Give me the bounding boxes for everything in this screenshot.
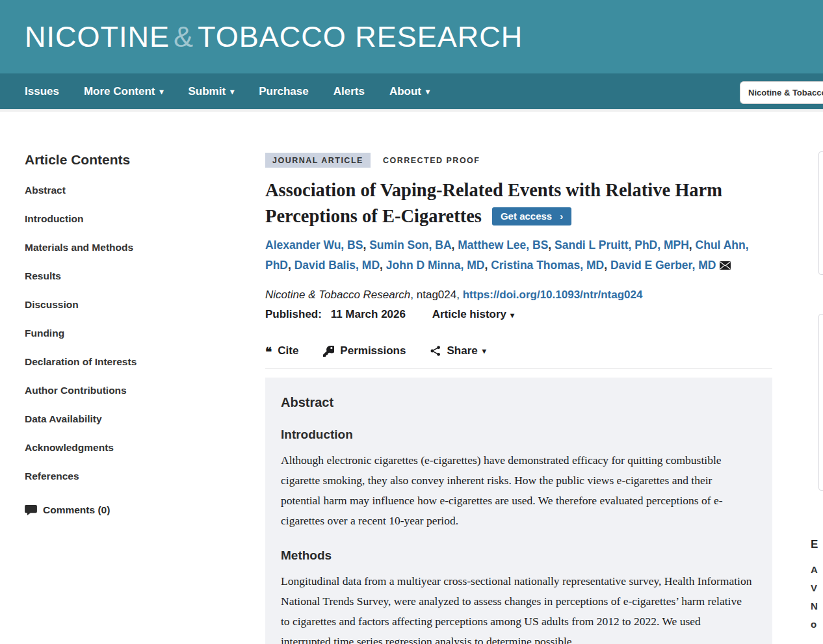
author-separator: ,: [380, 259, 386, 272]
toc-list-item: Discussion: [25, 299, 220, 311]
article-history-toggle[interactable]: Article history▾: [432, 308, 514, 320]
right-rail-clipped-heading: E: [811, 538, 823, 551]
citation-separator: ,: [410, 289, 416, 301]
chevron-right-icon: ›: [560, 211, 563, 222]
cite-icon: ❝: [265, 346, 272, 358]
toc-link[interactable]: Declaration of Interests: [25, 356, 137, 367]
abstract-sections: Introduction Although electronic cigaret…: [281, 428, 753, 644]
share-label: Share: [447, 344, 477, 357]
author-link[interactable]: David E Gerber, MD: [610, 259, 716, 272]
article-main: JOURNAL ARTICLE CORRECTED PROOF Associat…: [265, 112, 772, 644]
author-separator: ,: [288, 259, 294, 272]
toc-link[interactable]: Materials and Methods: [25, 242, 133, 253]
article-title: Association of Vaping-Related Events wit…: [265, 177, 772, 229]
toc-list: AbstractIntroductionMaterials and Method…: [25, 185, 220, 482]
author-entry: Sandi L Pruitt, PhD, MPH,: [555, 238, 696, 251]
author-list: Alexander Wu, BS, Sumin Son, BA, Matthew…: [265, 235, 772, 276]
main-nav: Issues More Content▾ Submit▾ Purchase Al…: [0, 73, 823, 112]
nav-item[interactable]: Submit▾: [189, 85, 235, 98]
abstract-heading: Abstract: [281, 395, 753, 410]
author-entry: David E Gerber, MD,: [610, 259, 716, 272]
toc-list-item: References: [25, 470, 220, 482]
author-link[interactable]: Sandi L Pruitt, PhD, MPH: [555, 238, 689, 251]
permissions-button[interactable]: Permissions: [323, 344, 406, 357]
toc-link[interactable]: Introduction: [25, 213, 83, 224]
author-link[interactable]: John D Minna, MD: [386, 259, 485, 272]
cite-button[interactable]: ❝ Cite: [265, 344, 298, 357]
published-date: 11 March 2026: [331, 308, 406, 320]
toc-list-item: Abstract: [25, 185, 220, 196]
toc-link[interactable]: Abstract: [25, 185, 66, 196]
comments-label: Comments (0): [43, 504, 110, 516]
author-separator: ,: [484, 259, 491, 272]
article-id: ntag024: [417, 289, 456, 301]
toc-link[interactable]: Author Contributions: [25, 385, 127, 396]
toc-link[interactable]: References: [25, 470, 79, 482]
abstract-section-heading: Methods: [281, 548, 753, 563]
doi-link[interactable]: https://doi.org/10.1093/ntr/ntag024: [463, 289, 643, 301]
nav-item-label: Issues: [25, 85, 59, 97]
author-link[interactable]: Cristina Thomas, MD: [491, 259, 604, 272]
author-entry: Matthew Lee, BS,: [458, 238, 555, 251]
right-rail-clipped-text: E AVNo: [811, 538, 823, 637]
share-icon: [430, 346, 441, 356]
nav-item-label: About: [389, 85, 421, 97]
nav-item[interactable]: Alerts: [333, 85, 365, 98]
corrected-proof-label: CORRECTED PROOF: [383, 156, 480, 165]
article-actions: ❝ Cite Permissions Share ▾: [265, 344, 772, 357]
right-rail-clipped-lines: AVNo: [811, 564, 823, 630]
right-rail-clipped-line: o: [811, 619, 823, 630]
right-rail-panel-bottom: [818, 314, 823, 491]
author-separator: ,: [452, 238, 458, 251]
nav-list: Issues More Content▾ Submit▾ Purchase Al…: [25, 85, 454, 98]
toc-list-item: Introduction: [25, 213, 220, 225]
author-separator: ,: [363, 238, 369, 251]
nav-item-label: More Content: [84, 85, 155, 97]
abstract-section: Introduction Although electronic cigaret…: [281, 428, 753, 531]
email-author-icon[interactable]: [720, 259, 731, 272]
author-link[interactable]: Sumin Son, BA: [369, 238, 451, 251]
nav-item-label: Alerts: [333, 85, 365, 97]
abstract-panel: Abstract Introduction Although electroni…: [265, 378, 772, 644]
author-link[interactable]: Matthew Lee, BS: [458, 238, 548, 251]
share-button[interactable]: Share ▾: [430, 344, 486, 357]
published-label: Published:: [265, 308, 322, 320]
comment-icon: [25, 505, 37, 515]
chevron-down-icon: ▾: [426, 87, 430, 96]
author-entry: John D Minna, MD,: [386, 259, 491, 272]
article-contents-heading: Article Contents: [25, 152, 220, 168]
get-access-button[interactable]: Get access›: [492, 207, 571, 225]
chevron-down-icon: ▾: [510, 311, 514, 320]
author-entry: David Balis, MD,: [294, 259, 386, 272]
nav-item[interactable]: More Content▾: [84, 85, 164, 98]
comments-link[interactable]: Comments (0): [25, 504, 220, 516]
article-meta-row: JOURNAL ARTICLE CORRECTED PROOF: [265, 153, 772, 168]
author-link[interactable]: Alexander Wu, BS: [265, 238, 363, 251]
brand-text-post: TOBACCO RESEARCH: [198, 20, 523, 53]
toc-list-item: Declaration of Interests: [25, 356, 220, 368]
right-rail-clipped-line: A: [811, 564, 823, 575]
journal-logo[interactable]: NICOTINE&TOBACCO RESEARCH: [25, 20, 523, 54]
get-access-label: Get access: [501, 211, 552, 222]
nav-item[interactable]: About▾: [389, 85, 430, 98]
toc-list-item: Materials and Methods: [25, 242, 220, 253]
toc-list-item: Acknowledgments: [25, 442, 220, 454]
abstract-section-text: Longitudinal data from a multiyear cross…: [281, 571, 753, 644]
nav-item-label: Purchase: [259, 85, 309, 97]
permissions-label: Permissions: [340, 344, 406, 357]
toc-link[interactable]: Funding: [25, 328, 64, 339]
toc-link[interactable]: Results: [25, 270, 61, 281]
nav-item[interactable]: Purchase: [259, 85, 309, 98]
journal-search-input[interactable]: Nicotine & Tobacco: [740, 81, 823, 104]
author-link[interactable]: David Balis, MD: [294, 259, 380, 272]
toc-link[interactable]: Discussion: [25, 299, 79, 310]
citation-separator: ,: [456, 289, 462, 301]
author-entry: Alexander Wu, BS,: [265, 238, 369, 251]
nav-item[interactable]: Issues: [25, 85, 59, 98]
toc-list-item: Results: [25, 270, 220, 282]
chevron-down-icon: ▾: [482, 346, 486, 355]
toc-link[interactable]: Data Availability: [25, 413, 102, 424]
article-history-label: Article history: [432, 308, 506, 320]
nav-item-label: Submit: [189, 85, 226, 97]
toc-link[interactable]: Acknowledgments: [25, 442, 114, 453]
